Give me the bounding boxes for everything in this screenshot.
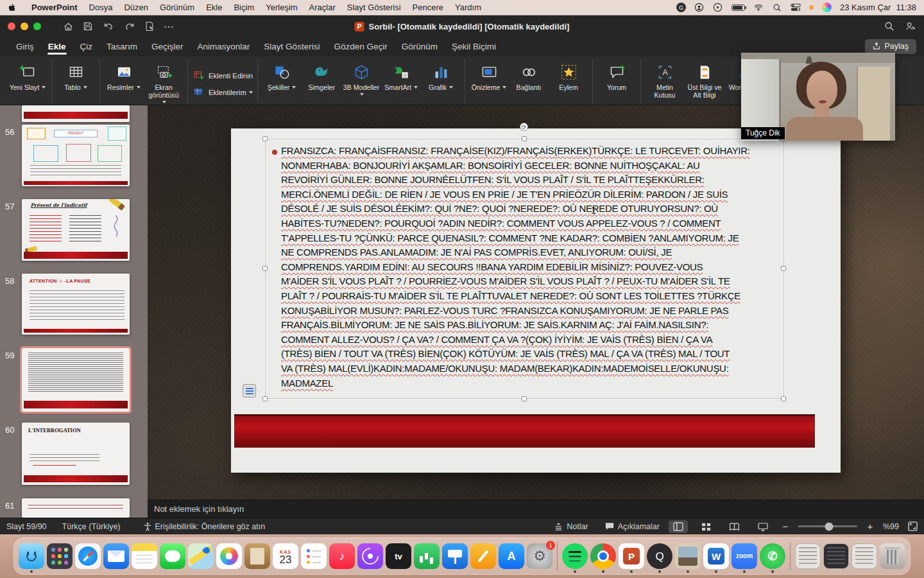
ribbon-button-önizleme[interactable]: Önizleme	[470, 60, 508, 91]
dock-icon-minimized-window-3[interactable]	[851, 543, 877, 569]
wifi-icon[interactable]	[753, 3, 764, 13]
home-icon[interactable]	[63, 21, 74, 32]
menu-bar-clock[interactable]: 23 Kasım Çar11:38	[840, 3, 916, 12]
handle-top-left[interactable]	[262, 136, 268, 141]
tab-slayt-gösterisi[interactable]: Slayt Gösterisi	[257, 39, 327, 57]
handle-bottom-left[interactable]	[262, 396, 268, 401]
grammarly-icon[interactable]: G	[676, 3, 686, 12]
dock-icon-chrome[interactable]	[590, 543, 616, 569]
zoom-slider-knob[interactable]	[825, 522, 833, 530]
dock-icon-photos[interactable]	[216, 543, 242, 569]
tab-tasarım[interactable]: Tasarım	[99, 39, 144, 57]
minimize-window-button[interactable]	[21, 22, 28, 30]
ribbon-button-simgeler[interactable]: Simgeler	[302, 60, 341, 91]
dock-icon-powerpoint[interactable]: P	[619, 543, 644, 569]
play-status-icon[interactable]	[713, 3, 723, 13]
ribbon-button-3b-modeller[interactable]: 3B Modeller	[342, 60, 381, 96]
dock-icon-calendar[interactable]: KAS23	[273, 543, 298, 569]
ribbon-button-yeni-slayt[interactable]: Yeni Slayt	[8, 60, 47, 91]
ribbon-button-yorum[interactable]: Yorum	[597, 60, 636, 91]
save-icon[interactable]	[83, 21, 93, 31]
close-window-button[interactable]	[8, 22, 15, 30]
dock-icon-spotify[interactable]	[562, 543, 588, 569]
menu-item-powerpoint[interactable]: PowerPoint	[26, 3, 83, 12]
dock-icon-app-store[interactable]: A	[499, 543, 524, 569]
handle-mid-left[interactable]	[262, 266, 268, 271]
slide-thumbnail-panel[interactable]: 56PRESENT57Présent de l'indicatif58ATTEN…	[0, 105, 148, 518]
ribbon-button-ekran-görüntüsü[interactable]: Ekran görüntüsü	[144, 60, 183, 103]
menu-item-dosya[interactable]: Dosya	[83, 3, 119, 12]
ribbon-button-eylem[interactable]: Eylem	[549, 60, 588, 91]
zoom-out-button[interactable]: −	[782, 521, 789, 532]
zoom-level[interactable]: %99	[883, 522, 899, 531]
slide-59[interactable]: FRANSIZCA: FRANÇAİSFRANSIZ: FRANÇAİSE(KI…	[231, 128, 841, 473]
handle-bottom-right[interactable]	[781, 396, 786, 401]
zoom-window-button[interactable]	[33, 22, 41, 30]
dock-icon-tv[interactable]: tv	[386, 543, 411, 569]
menu-item-görünüm[interactable]: Görünüm	[154, 3, 200, 12]
slide-thumbnail[interactable]	[22, 105, 130, 122]
menu-item-pencere[interactable]: Pencere	[407, 3, 449, 12]
dock-icon-quicktime[interactable]: Q	[647, 543, 672, 569]
notes-toggle[interactable]: Notlar	[554, 522, 588, 531]
handle-mid-right[interactable]	[781, 266, 786, 271]
more-toolbar-options-button[interactable]: ⋯	[164, 21, 175, 33]
undo-button[interactable]	[102, 21, 116, 32]
slide-thumbnail-61[interactable]	[22, 498, 130, 518]
siri-icon[interactable]	[822, 3, 832, 12]
dock-icon-music[interactable]: ♪	[329, 543, 355, 569]
search-icon[interactable]	[884, 21, 894, 31]
ribbon-button-eklenti-edinin[interactable]: Eklenti Edinin	[193, 69, 253, 81]
menu-item-araçlar[interactable]: Araçlar	[304, 3, 341, 12]
slide-counter[interactable]: Slayt 59/90	[6, 522, 47, 531]
ribbon-button-bağlantı[interactable]: Bağlantı	[509, 60, 548, 91]
save-as-icon[interactable]	[144, 21, 155, 31]
tab-çiz[interactable]: Çiz	[73, 39, 100, 57]
slide-thumbnail-59[interactable]	[22, 348, 130, 412]
tab-şekil-biçimi[interactable]: Şekil Biçimi	[445, 39, 503, 57]
dock-icon-settings[interactable]: ⚙1	[527, 543, 552, 569]
editor-presence-icon[interactable]	[905, 21, 916, 31]
slide-thumbnail-60[interactable]: L'INTERROGATION	[22, 423, 130, 485]
zoom-in-button[interactable]: +	[866, 521, 874, 532]
dock-icon-screen-preview[interactable]	[675, 543, 701, 569]
spotlight-icon[interactable]	[772, 3, 782, 13]
dock-icon-word[interactable]: W	[703, 543, 729, 569]
fit-slide-button[interactable]	[908, 521, 918, 531]
tab-gözden-geçir[interactable]: Gözden Geçir	[327, 39, 394, 57]
dock-icon-whatsapp[interactable]: ✆	[760, 543, 785, 569]
autofit-options-button[interactable]	[243, 384, 256, 398]
slide-editing-canvas[interactable]: FRANSIZCA: FRANÇAİSFRANSIZ: FRANÇAİSE(KI…	[148, 105, 924, 500]
battery-icon[interactable]	[732, 4, 745, 11]
tab-animasyonlar[interactable]: Animasyonlar	[191, 39, 257, 57]
ribbon-button-tablo[interactable]: Tablo	[56, 60, 95, 91]
slide-thumbnail-57[interactable]: Présent de l'indicatif	[22, 199, 130, 261]
zoom-slider[interactable]	[798, 525, 857, 527]
menu-item-ekle[interactable]: Ekle	[200, 3, 228, 12]
slide-text-block[interactable]: FRANSIZCA: FRANÇAİSFRANSIZ: FRANÇAİSE(KI…	[281, 144, 788, 390]
language-selector[interactable]: Türkçe (Türkiye)	[62, 522, 121, 531]
tab-giriş[interactable]: Giriş	[9, 39, 41, 57]
apple-logo-icon[interactable]	[8, 3, 17, 12]
handle-top-center[interactable]	[522, 136, 527, 141]
share-button[interactable]: Paylaş	[865, 39, 916, 54]
menu-item-yerleşim[interactable]: Yerleşim	[260, 3, 303, 12]
slideshow-view-button[interactable]	[753, 520, 773, 533]
ribbon-button-smartart[interactable]: SmartArt	[382, 60, 420, 91]
dock-icon-launchpad[interactable]	[47, 543, 73, 569]
slide-thumbnail-56[interactable]: PRESENT	[22, 125, 130, 186]
dock-icon-safari[interactable]	[75, 543, 101, 569]
dock-icon-maps[interactable]	[188, 543, 214, 569]
webcam-overlay-window[interactable]: Tuğçe Dik	[741, 53, 895, 141]
tab-görünüm[interactable]: Görünüm	[395, 39, 445, 57]
slide-sorter-view-button[interactable]	[697, 520, 716, 533]
dock-icon-trash[interactable]	[880, 543, 905, 569]
dock-icon-podcasts[interactable]	[357, 543, 383, 569]
menu-item-düzen[interactable]: Düzen	[118, 3, 154, 12]
dock-icon-finder[interactable]	[19, 543, 44, 569]
tab-geçişler[interactable]: Geçişler	[144, 39, 191, 57]
ribbon-button-üst-bilgi-ve-alt-bilgi[interactable]: Üst Bilgi ve Alt Bilgi	[685, 60, 724, 99]
handle-bottom-center[interactable]	[522, 396, 527, 401]
dock-icon-reminders[interactable]	[301, 543, 327, 569]
menu-item-slayt-gösterisi[interactable]: Slayt Gösterisi	[341, 3, 407, 12]
